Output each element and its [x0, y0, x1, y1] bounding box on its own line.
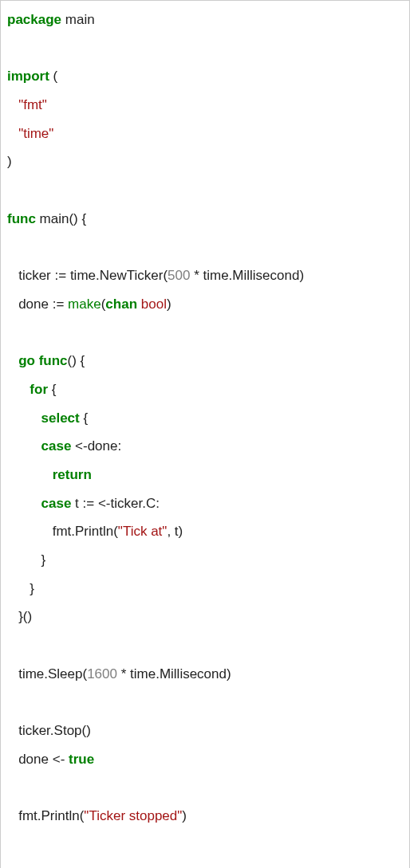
keyword-return: return [53, 467, 92, 482]
brace-close: } [7, 581, 34, 596]
keyword-func: func [39, 353, 68, 368]
anon-func-close: }() [7, 609, 32, 624]
ident-main: main [61, 12, 95, 27]
sleep-call-c: * time.Millisecond) [117, 666, 231, 681]
println-stopped-c: ) [182, 808, 187, 823]
keyword-select: select [41, 410, 80, 426]
builtin-make: make [68, 297, 101, 312]
println-call-c: , t) [167, 524, 183, 539]
brace: { [48, 382, 56, 397]
brace-close: } [7, 552, 45, 568]
func-main-sig: main() { [36, 211, 86, 226]
indent [7, 97, 18, 112]
indent [7, 126, 18, 141]
line-ticker-decl-a: ticker := time.NewTicker( [7, 268, 168, 283]
keyword-import: import [7, 69, 49, 84]
keyword-package: package [7, 12, 61, 27]
paren-close: ) [7, 154, 12, 169]
string-fmt: "fmt" [18, 97, 47, 112]
string-tick-at: "Tick at" [118, 524, 168, 539]
case-done: <-done: [71, 438, 121, 454]
line-done-decl-a: done := [7, 297, 68, 312]
keyword-true: true [69, 752, 94, 767]
string-ticker-stopped: "Ticker stopped" [84, 808, 182, 823]
println-call-a: fmt.Println( [7, 524, 118, 539]
ticker-stop: ticker.Stop() [7, 723, 91, 738]
indent [7, 496, 41, 511]
line-ticker-decl-c: * time.Millisecond) [190, 268, 304, 283]
string-time: "time" [18, 126, 53, 141]
number-500: 500 [168, 268, 190, 283]
keyword-case: case [41, 496, 72, 511]
keyword-chan: chan [105, 297, 137, 312]
indent [7, 410, 41, 426]
case-ticker: t := <-ticker.C: [71, 496, 160, 511]
paren: ) [167, 297, 171, 312]
brace-close-main: } [7, 866, 12, 868]
keyword-func: func [7, 211, 36, 226]
indent [7, 467, 53, 482]
anon-func-sig: () { [68, 353, 85, 368]
keyword-case: case [41, 438, 72, 454]
go-code-block: package main import ( "fmt" "time" ) fun… [0, 0, 410, 868]
sleep-call-a: time.Sleep( [7, 666, 87, 681]
brace: { [80, 410, 88, 426]
indent [7, 382, 30, 397]
indent [7, 353, 18, 368]
number-1600: 1600 [87, 666, 117, 681]
println-stopped-a: fmt.Println( [7, 808, 84, 823]
keyword-go: go [18, 353, 35, 368]
type-bool: bool [141, 297, 167, 312]
done-send-a: done <- [7, 752, 69, 767]
indent [7, 438, 41, 454]
keyword-for: for [30, 382, 48, 397]
paren-open: ( [49, 69, 57, 84]
